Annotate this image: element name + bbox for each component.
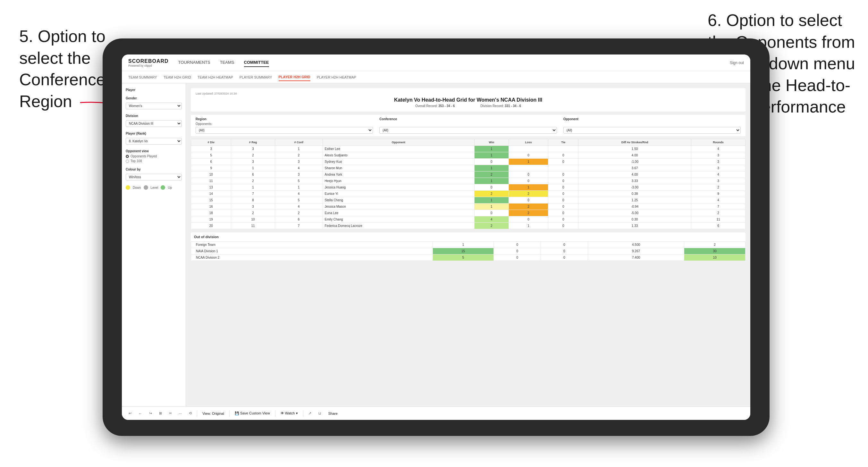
- ood-cell-name: Foreign Team: [191, 242, 433, 248]
- opponent-filter-label: Opponent: [563, 117, 741, 121]
- region-select[interactable]: (All): [195, 127, 373, 134]
- nav-tournaments[interactable]: TOURNAMENTS: [178, 58, 210, 67]
- cell-tie: 0: [548, 223, 579, 229]
- filter-select-row: (All) (All) (All): [195, 127, 741, 134]
- toolbar-refresh[interactable]: ⟲: [187, 410, 194, 416]
- player-rank-select[interactable]: 8. Katelyn Vo: [126, 138, 182, 145]
- cell-rounds: 4: [691, 172, 745, 178]
- conference-select[interactable]: (All): [379, 127, 557, 134]
- nav-teams[interactable]: TEAMS: [220, 58, 235, 67]
- cell-rounds: 3: [691, 152, 745, 159]
- toolbar-ellipsis[interactable]: ···: [177, 411, 184, 416]
- table-row: 6 3 3 Sydney Kuo 0 1 0 -1.00 3: [191, 159, 745, 165]
- ood-cell-loss: 0: [494, 242, 541, 248]
- cell-tie: 0: [548, 216, 579, 223]
- table-row: 15 8 5 Stella Cheng 1 0 0 1.25 4: [191, 197, 745, 204]
- toolbar-back[interactable]: ←: [136, 411, 144, 416]
- data-table: # Div # Reg # Conf Opponent Win Loss Tie…: [191, 139, 745, 229]
- sub-nav-team-h2h-grid[interactable]: TEAM H2H GRID: [163, 74, 191, 81]
- cell-win: 1: [474, 178, 508, 184]
- cell-div: 14: [191, 191, 231, 197]
- cell-loss: 2: [508, 210, 548, 216]
- legend-dot-down: [126, 185, 130, 190]
- toolbar-layout[interactable]: ⊔: [316, 410, 323, 416]
- cell-rounds: 3: [691, 159, 745, 165]
- toolbar-grid[interactable]: ⊞: [157, 410, 164, 416]
- cell-conf: 1: [275, 146, 322, 152]
- ood-cell-diff: 7.400: [588, 254, 684, 261]
- colour-by-label: Colour by: [126, 168, 182, 171]
- table-row: 3 3 1 Esther Lee 1 1.50 4: [191, 146, 745, 152]
- overall-record: Overall Record: 353 - 34 - 6: [415, 104, 455, 108]
- cell-name: Jessica Mason: [322, 204, 474, 210]
- cell-diff: 1.33: [579, 223, 691, 229]
- toolbar-share[interactable]: Share: [327, 411, 340, 416]
- cell-name: Emily Chang: [322, 216, 474, 223]
- ood-cell-diff: 4.500: [588, 242, 684, 248]
- data-table-container: # Div # Reg # Conf Opponent Win Loss Tie…: [191, 139, 745, 229]
- toolbar-watch[interactable]: 👁 Watch ▾: [279, 410, 300, 416]
- gender-select[interactable]: Women's Men's: [126, 102, 182, 109]
- table-row: 13 1 1 Jessica Huang 0 1 0 -3.00 2: [191, 184, 745, 191]
- opponent-select[interactable]: (All): [563, 127, 741, 134]
- main-content: Player Gender Women's Men's Division NCA…: [122, 83, 750, 406]
- th-rounds: Rounds: [691, 139, 745, 146]
- cell-reg: 8: [231, 197, 275, 204]
- toolbar-redo[interactable]: ↪: [147, 410, 154, 416]
- legend-dot-level: [144, 185, 148, 190]
- radio-opponents-played[interactable]: Opponents Played: [126, 155, 182, 158]
- legend-dot-up: [161, 185, 165, 190]
- ood-cell-diff: 9.267: [588, 248, 684, 254]
- cell-win: 2: [474, 172, 508, 178]
- table-row: 11 2 5 Heejo Hyun 1 0 0 3.33 3: [191, 178, 745, 184]
- cell-conf: 7: [275, 223, 322, 229]
- division-select[interactable]: NCAA Division III NCAA Division I NCAA D…: [126, 120, 182, 127]
- ood-cell-tie: 0: [541, 242, 588, 248]
- sub-nav-player-h2h-heatmap[interactable]: PLAYER H2H HEATMAP: [317, 74, 356, 81]
- cell-win: 1: [474, 197, 508, 204]
- region-filter-label: Region: [195, 117, 373, 121]
- cell-div: 11: [191, 178, 231, 184]
- ood-row: NCAA Division 2 5 0 0 7.400 10: [191, 254, 745, 261]
- nav-sign-out[interactable]: Sign out: [730, 61, 744, 65]
- cell-div: 6: [191, 159, 231, 165]
- sub-nav-team-summary[interactable]: TEAM SUMMARY: [128, 74, 157, 81]
- toolbar-view-original[interactable]: View: Original: [200, 411, 226, 416]
- cell-tie: [548, 146, 579, 152]
- cell-div: 9: [191, 165, 231, 172]
- content-header: Last Updated: 27/03/2024 16:34 Katelyn V…: [191, 88, 745, 112]
- sub-nav-team-h2h-heatmap[interactable]: TEAM H2H HEATMAP: [197, 74, 233, 81]
- out-of-division: Out of division Foreign Team 1 0 0 4.500…: [191, 232, 745, 261]
- legend-row: Down Level Up: [126, 185, 182, 190]
- colour-by-select[interactable]: Win/loss: [126, 174, 182, 181]
- cell-win: 1: [474, 146, 508, 152]
- toolbar-cut[interactable]: ✂: [167, 410, 174, 416]
- radio-top100[interactable]: Top 100: [126, 159, 182, 163]
- cell-diff: 0.30: [579, 216, 691, 223]
- cell-win: 2: [474, 191, 508, 197]
- cell-div: 10: [191, 172, 231, 178]
- logo-sub: Powered by clippd: [128, 64, 169, 67]
- cell-win: 1: [474, 204, 508, 210]
- ood-row: Foreign Team 1 0 0 4.500 2: [191, 242, 745, 248]
- toolbar-export[interactable]: ↗: [307, 410, 313, 416]
- cell-conf: 2: [275, 210, 322, 216]
- cell-tie: 0: [548, 172, 579, 178]
- left-panel: Player Gender Women's Men's Division NCA…: [122, 83, 186, 406]
- nav-committee[interactable]: COMMITTEE: [244, 58, 269, 67]
- cell-name: Sharon Mun: [322, 165, 474, 172]
- app-nav: SCOREBOARD Powered by clippd TOURNAMENTS…: [122, 55, 750, 71]
- toolbar-save-custom-view[interactable]: 💾 Save Custom View: [233, 410, 272, 416]
- sub-nav-player-h2h-grid[interactable]: PLAYER H2H GRID: [279, 73, 310, 81]
- division-label: Division: [126, 114, 182, 118]
- toolbar-undo[interactable]: ↩: [127, 410, 133, 416]
- tablet-screen: SCOREBOARD Powered by clippd TOURNAMENTS…: [122, 55, 750, 420]
- cell-rounds: 2: [691, 210, 745, 216]
- cell-div: 16: [191, 204, 231, 210]
- cell-loss: 1: [508, 223, 548, 229]
- cell-div: 3: [191, 146, 231, 152]
- player-rank-label: Player (Rank): [126, 132, 182, 135]
- sub-nav-player-summary[interactable]: PLAYER SUMMARY: [240, 74, 272, 81]
- radio-label-opponents: Opponents Played: [130, 155, 157, 158]
- cell-tie: 0: [548, 210, 579, 216]
